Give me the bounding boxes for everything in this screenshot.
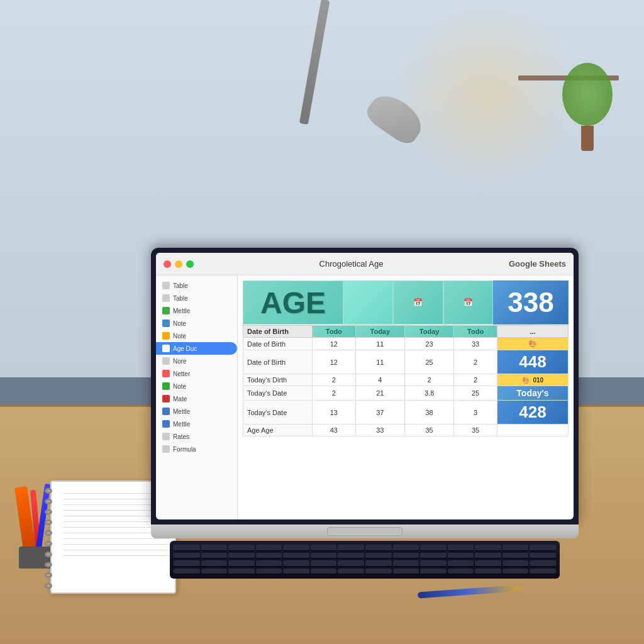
title-bar: Chrogoletical Age Google Sheets <box>156 253 574 275</box>
cell-r5c2[interactable]: 37 <box>355 401 404 425</box>
key[interactable] <box>256 569 282 575</box>
key[interactable] <box>228 560 255 567</box>
sidebar-item-note1[interactable]: Note <box>156 317 237 330</box>
key[interactable] <box>393 560 419 567</box>
cell-r3c4[interactable]: 2 <box>454 374 497 386</box>
key[interactable] <box>448 553 474 560</box>
maximize-button[interactable] <box>186 260 194 268</box>
key[interactable] <box>174 560 200 567</box>
sidebar-item-note2[interactable]: Note <box>156 330 237 342</box>
key[interactable] <box>475 553 501 560</box>
key[interactable] <box>530 569 556 575</box>
key[interactable] <box>174 553 200 560</box>
key[interactable] <box>201 569 228 575</box>
sidebar-item-mettle1[interactable]: Mettle <box>156 304 237 317</box>
key[interactable] <box>420 553 447 560</box>
key[interactable] <box>256 553 282 560</box>
key[interactable] <box>365 553 392 560</box>
key[interactable] <box>475 545 501 552</box>
key[interactable] <box>228 553 255 560</box>
key[interactable] <box>365 560 392 567</box>
cell-r1c3[interactable]: 23 <box>404 338 453 350</box>
key[interactable] <box>256 560 282 567</box>
key[interactable] <box>201 545 228 552</box>
sidebar-item-table1[interactable]: Table <box>156 279 237 292</box>
close-button[interactable] <box>164 260 171 268</box>
key[interactable] <box>201 553 228 560</box>
cell-r5c1[interactable]: 13 <box>313 401 356 425</box>
sidebar-item-formula[interactable]: Formula <box>156 443 237 455</box>
key[interactable] <box>448 569 474 575</box>
key[interactable] <box>502 553 529 560</box>
key[interactable] <box>311 545 337 552</box>
key[interactable] <box>420 569 447 575</box>
key[interactable] <box>393 553 419 560</box>
cell-r2c2[interactable]: 11 <box>355 350 404 374</box>
key[interactable] <box>365 569 392 575</box>
sidebar-item-nore[interactable]: Nore <box>156 355 237 367</box>
sidebar-item-note3[interactable]: Note <box>156 380 237 392</box>
cell-r1c1[interactable]: 12 <box>313 338 356 350</box>
key[interactable] <box>530 560 556 567</box>
key[interactable] <box>448 545 474 552</box>
cell-r4c4[interactable]: 25 <box>454 386 497 401</box>
cell-r5c4[interactable]: 3 <box>454 401 497 425</box>
key[interactable] <box>420 560 447 567</box>
key[interactable] <box>311 569 337 575</box>
key[interactable] <box>420 545 447 552</box>
cell-r1c2[interactable]: 11 <box>355 338 404 350</box>
key[interactable] <box>228 545 255 552</box>
sidebar-item-mate[interactable]: Mate <box>156 392 237 405</box>
key[interactable] <box>502 569 529 575</box>
cell-r4c2[interactable]: 21 <box>355 386 404 401</box>
key[interactable] <box>530 545 556 552</box>
cell-age-header[interactable]: AGE <box>243 280 343 325</box>
key[interactable] <box>365 545 392 552</box>
cell-r6c1[interactable]: 43 <box>313 425 356 436</box>
sidebar-item-mettle2[interactable]: Mettle <box>156 405 237 418</box>
key[interactable] <box>283 560 309 567</box>
key[interactable] <box>393 545 419 552</box>
sidebar-item-age-duc[interactable]: Age Duc <box>156 342 237 355</box>
sidebar-item-netter[interactable]: Netter <box>156 367 237 380</box>
minimize-button[interactable] <box>175 260 182 268</box>
key[interactable] <box>393 569 419 575</box>
cell-r2c1[interactable]: 12 <box>313 350 356 374</box>
key[interactable] <box>502 560 529 567</box>
cell-r2c3[interactable]: 25 <box>404 350 453 374</box>
key[interactable] <box>475 560 501 567</box>
key[interactable] <box>311 560 337 567</box>
key[interactable] <box>174 545 200 552</box>
key[interactable] <box>502 545 529 552</box>
key[interactable] <box>283 545 309 552</box>
cell-r4c1[interactable]: 2 <box>313 386 356 401</box>
cell-r3c3[interactable]: 2 <box>404 374 453 386</box>
trackpad[interactable] <box>327 527 402 536</box>
key[interactable] <box>311 553 337 560</box>
key[interactable] <box>228 569 255 575</box>
key[interactable] <box>283 553 309 560</box>
key[interactable] <box>338 569 364 575</box>
key[interactable] <box>174 569 200 575</box>
sidebar-item-table2[interactable]: Table <box>156 292 237 304</box>
cell-r6c4[interactable]: 35 <box>454 425 497 436</box>
key[interactable] <box>338 553 364 560</box>
cell-r1c4[interactable]: 33 <box>454 338 497 350</box>
sidebar-item-mettle3[interactable]: Mettle <box>156 418 237 430</box>
key[interactable] <box>475 569 501 575</box>
cell-r2c4[interactable]: 2 <box>454 350 497 374</box>
sidebar-item-rates[interactable]: Rates <box>156 430 237 443</box>
cell-r6c2[interactable]: 33 <box>355 425 404 436</box>
cell-r4c3[interactable]: 3.8 <box>404 386 453 401</box>
cell-r5c3[interactable]: 38 <box>404 401 453 425</box>
key[interactable] <box>256 545 282 552</box>
key[interactable] <box>530 553 556 560</box>
key[interactable] <box>201 560 228 567</box>
key[interactable] <box>338 560 364 567</box>
key[interactable] <box>283 569 309 575</box>
cell-r6c3[interactable]: 35 <box>404 425 453 436</box>
cell-r3c2[interactable]: 4 <box>355 374 404 386</box>
key[interactable] <box>338 545 364 552</box>
key[interactable] <box>448 560 474 567</box>
cell-r3c1[interactable]: 2 <box>313 374 356 386</box>
